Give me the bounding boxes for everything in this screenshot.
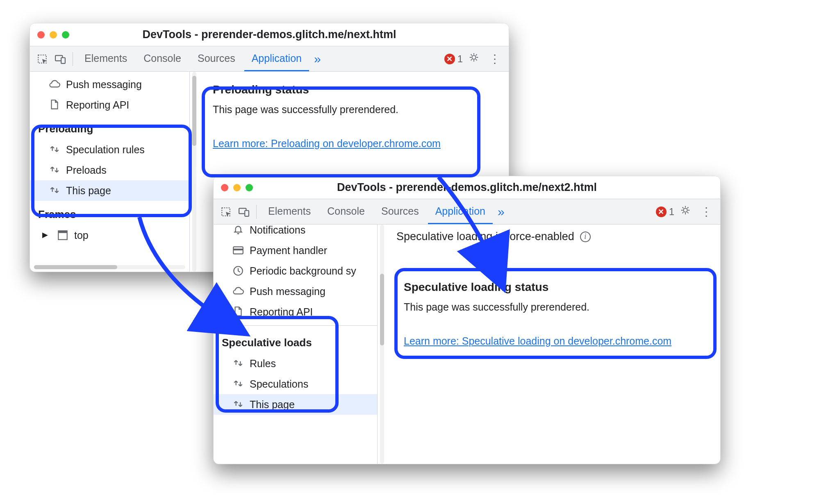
titlebar[interactable]: DevTools - prerender-demos.glitch.me/nex… [30, 23, 509, 46]
chevron-right-icon: ▶ [42, 230, 48, 239]
settings-icon[interactable] [464, 52, 483, 66]
sidebar-item-label: top [74, 229, 89, 241]
tab-elements[interactable]: Elements [77, 47, 134, 71]
sidebar-item-label: Payment handler [250, 245, 327, 257]
close-icon[interactable] [37, 31, 45, 39]
maximize-icon[interactable] [246, 184, 253, 191]
sidebar-item-preloads[interactable]: Preloads [30, 160, 189, 180]
kebab-menu-icon[interactable]: ⋮ [696, 205, 716, 218]
sidebar-item-label: Periodic background sy [250, 265, 356, 277]
window-title: DevTools - prerender-demos.glitch.me/nex… [337, 181, 597, 194]
sidebar-item-reporting-api[interactable]: Reporting API [30, 95, 189, 115]
minimize-icon[interactable] [233, 184, 241, 191]
transfer-icon [232, 398, 244, 411]
inspect-icon[interactable] [218, 204, 234, 220]
frame-icon [57, 229, 68, 241]
error-badge[interactable]: ✕ 1 [444, 53, 463, 65]
panel-message: This page was successfully prerendered. [213, 104, 509, 116]
error-badge[interactable]: ✕ 1 [656, 206, 674, 218]
panel-message: This page was successfully prerendered. [404, 301, 720, 313]
credit-card-icon [232, 244, 244, 257]
tab-sources[interactable]: Sources [190, 47, 243, 71]
cloud-icon [49, 78, 60, 91]
tab-elements[interactable]: Elements [261, 200, 318, 224]
clock-icon [232, 265, 244, 277]
more-tabs-icon[interactable]: » [311, 52, 324, 66]
tab-console[interactable]: Console [136, 47, 189, 71]
sidebar-item-label: Push messaging [250, 286, 325, 297]
transfer-icon [232, 357, 244, 370]
sidebar-item-label: This page [66, 185, 111, 197]
status-banner: Speculative loading is force-enabled i [396, 230, 720, 243]
device-toggle-icon[interactable] [52, 51, 68, 67]
close-icon[interactable] [221, 184, 228, 191]
maximize-icon[interactable] [62, 31, 69, 39]
panel-heading: Speculative loading status [404, 281, 720, 294]
panel-heading: Preloading status [213, 83, 509, 96]
sidebar-section-preloading[interactable]: Preloading [30, 115, 189, 139]
devtools-tabbar: Elements Console Sources Application » ✕… [214, 199, 720, 225]
sidebar-item-label: Rules [250, 358, 276, 370]
cloud-icon [232, 285, 244, 297]
application-sidebar: Push messaging Reporting API Preloading … [30, 72, 190, 272]
sidebar-item-payment-handler[interactable]: Payment handler [214, 240, 377, 261]
tab-application[interactable]: Application [244, 47, 309, 71]
devtools-tabbar: Elements Console Sources Application » ✕… [30, 46, 509, 72]
traffic-lights [37, 31, 69, 39]
vertical-scrollbar[interactable] [192, 72, 196, 272]
sidebar-item-label: Push messaging [66, 79, 142, 91]
vertical-scrollbar[interactable] [380, 225, 384, 464]
sidebar-item-rules[interactable]: Rules [214, 353, 377, 374]
learn-more-link[interactable]: Learn more: Speculative loading on devel… [404, 335, 720, 347]
more-tabs-icon[interactable]: » [494, 205, 508, 219]
error-count: 1 [669, 206, 674, 218]
sidebar-section-speculative-loads[interactable]: Speculative loads [214, 329, 377, 353]
titlebar[interactable]: DevTools - prerender-demos.glitch.me/nex… [214, 176, 720, 199]
application-main-panel: Speculative loading is force-enabled i S… [384, 225, 720, 464]
separator [256, 205, 257, 219]
transfer-icon [49, 184, 60, 197]
sidebar-item-label: Preloads [66, 164, 107, 176]
window-title: DevTools - prerender-demos.glitch.me/nex… [142, 28, 396, 41]
error-count: 1 [457, 53, 463, 65]
sidebar-item-top-frame[interactable]: ▶ top [30, 225, 189, 245]
tab-sources[interactable]: Sources [374, 200, 426, 224]
sidebar-item-label: This page [250, 399, 295, 411]
document-icon [49, 99, 60, 111]
tab-application[interactable]: Application [428, 200, 493, 224]
horizontal-scrollbar[interactable] [34, 265, 185, 269]
error-icon: ✕ [656, 207, 667, 217]
settings-icon[interactable] [676, 205, 695, 218]
sidebar-section-frames[interactable]: Frames [30, 201, 189, 225]
sidebar-item-this-page[interactable]: This page [30, 180, 189, 201]
error-icon: ✕ [444, 54, 455, 64]
sidebar-item-periodic-bg-sync[interactable]: Periodic background sy [214, 261, 377, 281]
window-body: Notifications Payment handler Periodic b… [214, 225, 720, 464]
device-toggle-icon[interactable] [236, 204, 252, 220]
banner-text: Speculative loading is force-enabled [396, 230, 574, 243]
application-sidebar: Notifications Payment handler Periodic b… [214, 225, 378, 464]
tab-console[interactable]: Console [320, 200, 372, 224]
inspect-icon[interactable] [34, 51, 50, 67]
sidebar-item-push-messaging[interactable]: Push messaging [214, 281, 377, 302]
sidebar-item-speculations[interactable]: Speculations [214, 374, 377, 394]
traffic-lights [221, 184, 253, 191]
learn-more-link[interactable]: Learn more: Preloading on developer.chro… [213, 138, 509, 150]
sidebar-item-label: Speculations [250, 378, 308, 390]
sidebar-item-push-messaging[interactable]: Push messaging [30, 74, 189, 95]
sidebar-item-label: Reporting API [66, 99, 129, 111]
minimize-icon[interactable] [50, 31, 57, 39]
sidebar-item-label: Notifications [250, 225, 305, 236]
bell-icon [232, 225, 244, 236]
transfer-icon [49, 143, 60, 156]
info-icon[interactable]: i [580, 232, 591, 242]
kebab-menu-icon[interactable]: ⋮ [485, 52, 505, 66]
sidebar-item-label: Reporting API [250, 306, 313, 318]
sidebar-item-notifications[interactable]: Notifications [214, 225, 377, 240]
transfer-icon [49, 164, 60, 176]
sidebar-item-this-page[interactable]: This page [214, 394, 377, 415]
sidebar-item-reporting-api[interactable]: Reporting API [214, 302, 377, 322]
sidebar-item-speculation-rules[interactable]: Speculation rules [30, 139, 189, 160]
sidebar-item-label: Speculation rules [66, 144, 145, 156]
devtools-window-2: DevTools - prerender-demos.glitch.me/nex… [213, 176, 721, 464]
